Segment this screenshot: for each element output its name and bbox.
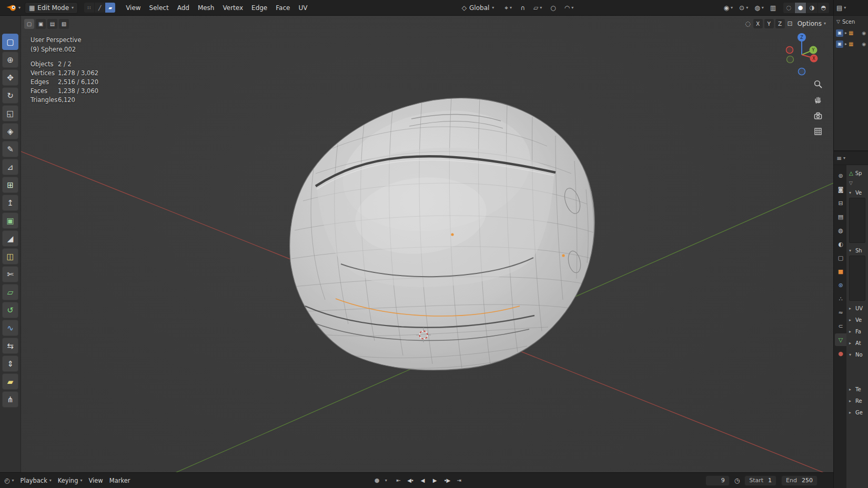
panel-header[interactable]: ▾ Ve [849,188,866,197]
tool-measure[interactable]: ⊿ [2,159,18,175]
tab-output[interactable]: ⊟ [835,197,846,209]
blender-menu-button[interactable]: ▾ [4,3,23,13]
panel-header[interactable]: ▸ Ve [849,315,866,324]
navigation-gizmo[interactable]: Z Y X [778,30,826,79]
properties-editor-type-icon[interactable]: ≡ [836,155,842,161]
menu-select[interactable]: Select [145,3,173,13]
tool-rip-region[interactable]: ⋔ [2,391,18,408]
filter-icon[interactable]: ▽ [836,19,840,24]
select-extend-button[interactable]: ▣ [36,19,46,29]
prev-keyframe-button[interactable]: ◀∙ [405,475,416,486]
outliner-editor-type-icon[interactable]: ▤ [836,5,842,11]
panel-list-box[interactable] [849,198,865,243]
orbit-gizmo-icon[interactable]: ◌ [745,20,750,27]
end-frame-field[interactable]: End 250 [781,475,817,486]
overlays-toggle[interactable]: ◍ ▾ [752,3,766,13]
expand-icon[interactable]: ▸ [845,30,847,35]
edge-select-button[interactable]: ╱ [95,3,105,13]
menu-uv[interactable]: UV [294,3,311,13]
helmet-mesh[interactable] [290,95,605,370]
pan-button[interactable] [812,94,824,106]
grid-view-button[interactable] [812,126,824,137]
panel-header[interactable]: ▸ Ge [849,408,866,417]
panel-header[interactable]: ▾ No [849,350,866,359]
axis-y-button[interactable]: Y [764,19,774,28]
play-reverse-button[interactable]: ◀ [417,475,428,486]
viewport-options-dropdown[interactable]: Options ▾ [795,18,828,29]
transform-orientation-dropdown[interactable]: ◇ Global ▾ [458,2,499,14]
tool-smooth[interactable]: ∿ [2,320,18,336]
panel-header[interactable]: ▸ Te [849,384,866,394]
current-frame-field[interactable]: 9 [705,475,730,486]
auto-keying-button[interactable]: ● [371,475,382,486]
snap-target-dropdown[interactable]: ▱ ▾ [531,3,544,13]
tab-material[interactable]: ● [835,347,846,360]
pan-gizmo-icon[interactable]: ⊡ [788,20,793,27]
tool-edge-slide[interactable]: ⇆ [2,338,18,354]
time-clock-icon[interactable]: ◷ [734,477,740,484]
vertex-select-button[interactable]: ∷ [84,3,94,13]
tool-scale[interactable]: ◱ [2,105,18,121]
visibility-icon[interactable]: ◉ [862,30,866,36]
gizmos-toggle[interactable]: ⊙ ▾ [737,3,750,13]
tab-world[interactable]: ◐ [835,238,846,250]
tab-physics[interactable]: ≈ [835,306,846,319]
panel-list-box[interactable] [849,256,865,301]
panel-header[interactable]: ▸ At [849,338,866,348]
tool-shrink-fatten[interactable]: ⇕ [2,355,18,372]
next-keyframe-button[interactable]: ∙▶ [441,475,452,486]
zoom-button[interactable] [812,78,824,90]
axis-x-button[interactable]: X [753,19,763,28]
scene-name-label[interactable]: Scen [842,19,855,25]
panel-header[interactable]: ▸ Re [849,396,866,405]
tool-knife[interactable]: ✄ [2,266,18,282]
panel-header[interactable]: ▸ UV [849,303,866,313]
marker-menu[interactable]: Marker [109,477,130,484]
viewport-canvas[interactable] [21,16,833,472]
filter-icon[interactable]: ▽ [849,180,853,186]
tool-poly-build[interactable]: ▱ [2,284,18,300]
start-frame-field[interactable]: Start 1 [744,475,776,486]
timeline-editor-type-button[interactable]: ◴ ▾ [4,477,14,484]
tool-extrude-region[interactable]: ↥ [2,195,18,211]
axis-z-button[interactable]: Z [775,19,785,28]
outliner-collection-row-2[interactable]: ▣ ▸ ▦ ◉ [834,38,868,49]
tool-select-box[interactable]: ▢ [2,34,18,50]
panel-header[interactable]: ▸ Fa [849,327,866,336]
tab-tool[interactable]: ⊚ [835,169,846,182]
playback-menu[interactable]: Playback ▾ [21,477,52,484]
select-set-new-button[interactable]: ▢ [24,19,34,29]
mode-selector[interactable]: ▦ Edit Mode ▾ [25,2,78,14]
snap-toggle[interactable]: ∩ [518,3,527,13]
menu-vertex[interactable]: Vertex [218,3,247,13]
shading-material-button[interactable]: ◑ [806,3,817,13]
tool-loop-cut[interactable]: ◫ [2,248,18,265]
shading-solid-button[interactable]: ● [795,3,806,13]
tab-collection[interactable]: ▢ [835,251,846,264]
select-subtract-button[interactable]: ▤ [47,19,57,29]
tool-shear[interactable]: ▰ [2,373,18,390]
outliner-collection-row-1[interactable]: ▣ ▸ ▦ ◉ [834,27,868,38]
tab-object[interactable]: ■ [835,265,846,278]
proportional-falloff-dropdown[interactable]: ◠ ▾ [562,3,576,13]
menu-edge[interactable]: Edge [247,3,271,13]
select-intersect-button[interactable]: ▧ [59,19,69,29]
menu-mesh[interactable]: Mesh [194,3,219,13]
viewport-3d[interactable]: ▢▣▤▧ ◌ XYZ ⊡ Options ▾ User Perspective … [21,16,833,472]
tool-bevel[interactable]: ◢ [2,230,18,247]
proportional-editing-toggle[interactable]: ○ [548,3,558,13]
tab-particles[interactable]: ∴ [835,292,846,305]
expand-icon[interactable]: ▸ [845,42,847,46]
view-menu[interactable]: View [88,477,103,484]
jump-to-end-button[interactable]: ⇥ [453,475,465,486]
visibility-icon[interactable]: ◉ [862,42,866,47]
object-type-visibility-dropdown[interactable]: ◉ ▾ [722,3,735,13]
tool-add-cube[interactable]: ⊞ [2,177,18,193]
xray-toggle[interactable]: ▥ [768,3,778,13]
tool-rotate[interactable]: ↻ [2,87,18,104]
gizmo-minus-y-axis[interactable] [787,56,794,63]
shading-wireframe-button[interactable]: ◌ [783,3,794,13]
play-button[interactable]: ▶ [429,475,440,486]
shading-rendered-button[interactable]: ◓ [818,3,829,13]
tool-cursor[interactable]: ⊕ [2,52,18,68]
